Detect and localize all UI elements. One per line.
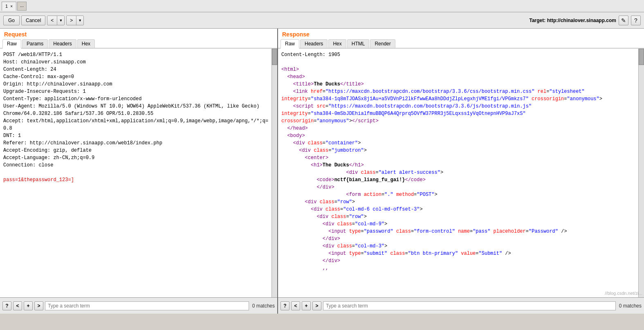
tab-menu-btn[interactable]: ... <box>17 2 27 11</box>
watermark: //blog.csdn.net/zi... <box>605 291 644 296</box>
response-scrollbar[interactable] <box>638 49 644 297</box>
response-tab-raw[interactable]: Raw <box>280 39 299 49</box>
back-arrow[interactable]: ▼ <box>57 16 64 25</box>
request-title: Request <box>0 29 277 39</box>
response-tab-headers[interactable]: Headers <box>300 39 328 48</box>
back-main[interactable]: < <box>47 16 57 25</box>
tab-label: 1 <box>5 4 8 9</box>
toolbar-right: Target: http://chinalover.sinaapp.com ✎ … <box>530 16 641 25</box>
target-label: Target: http://chinalover.sinaapp.com <box>530 18 617 23</box>
request-tab-headers[interactable]: Headers <box>49 39 76 48</box>
request-search-help[interactable]: ? <box>2 301 11 310</box>
request-matches-label: 0 matches <box>251 303 275 309</box>
request-scrollbar[interactable] <box>272 49 277 297</box>
main-container: Request Raw Params Headers Hex POST /web… <box>0 29 644 314</box>
toolbar: Go Cancel < ▼ > ▼ Target: http://chinalo… <box>0 12 644 29</box>
response-content[interactable]: Content-Length: 1905 <html> <head> <titl… <box>278 49 638 297</box>
edit-target-button[interactable]: ✎ <box>619 16 628 25</box>
title-bar: 1 × ... <box>0 0 644 12</box>
cancel-button[interactable]: Cancel <box>21 16 45 25</box>
request-tab-params[interactable]: Params <box>22 39 48 48</box>
response-panel-inner: Content-Length: 1905 <html> <head> <titl… <box>278 49 644 297</box>
response-scrollbar-thumb <box>639 49 644 65</box>
forward-split-button[interactable]: > ▼ <box>66 16 84 25</box>
request-scrollbar-thumb <box>272 49 277 65</box>
request-search-input[interactable] <box>45 301 249 310</box>
response-title: Response <box>278 29 644 39</box>
request-panel-inner: POST /web18/HTTP/1.1 Host: chinalover.si… <box>0 49 277 297</box>
response-search-input[interactable] <box>323 301 616 310</box>
response-search-prev[interactable]: < <box>291 301 300 310</box>
help-button[interactable]: ? <box>631 16 641 25</box>
request-tab-hex[interactable]: Hex <box>77 39 95 48</box>
response-tab-render[interactable]: Render <box>370 39 395 48</box>
response-tabs-bar: Raw Headers Hex HTML Render <box>278 39 644 49</box>
request-search-bar: ? < + > 0 matches <box>0 297 277 314</box>
response-panel: Response Raw Headers Hex HTML Render Con… <box>278 29 644 314</box>
back-split-button[interactable]: < ▼ <box>47 16 65 25</box>
response-search-bar: ? < + > 0 matches <box>278 297 644 314</box>
tab-1[interactable]: 1 × <box>2 2 16 11</box>
go-button[interactable]: Go <box>3 16 20 25</box>
response-search-add[interactable]: + <box>302 301 311 310</box>
request-tab-raw[interactable]: Raw <box>2 39 21 49</box>
toolbar-left: Go Cancel < ▼ > ▼ <box>3 16 84 25</box>
forward-main[interactable]: > <box>67 16 76 25</box>
request-search-prev[interactable]: < <box>13 301 22 310</box>
response-search-help[interactable]: ? <box>280 301 289 310</box>
response-tab-hex[interactable]: Hex <box>328 39 346 48</box>
forward-arrow[interactable]: ▼ <box>76 16 83 25</box>
request-tabs-bar: Raw Params Headers Hex <box>0 39 277 49</box>
response-matches-label: 0 matches <box>617 303 642 309</box>
response-search-next[interactable]: > <box>312 301 321 310</box>
request-panel: Request Raw Params Headers Hex POST /web… <box>0 29 278 314</box>
response-tab-html[interactable]: HTML <box>347 39 370 48</box>
request-content[interactable]: POST /web18/HTTP/1.1 Host: chinalover.si… <box>0 49 272 297</box>
tab-close-btn[interactable]: × <box>10 4 13 9</box>
request-search-next[interactable]: > <box>34 301 43 310</box>
request-search-add[interactable]: + <box>24 301 33 310</box>
